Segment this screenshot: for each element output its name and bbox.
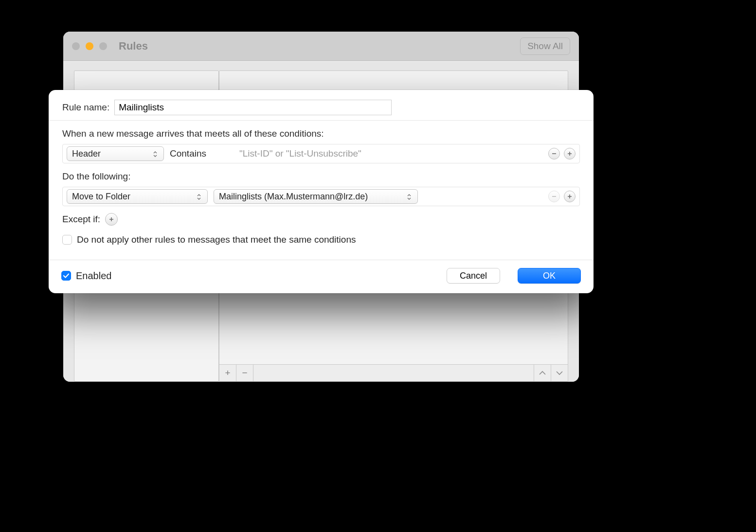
remove-action-button: [548, 191, 560, 202]
condition-field-value: Header: [72, 149, 101, 159]
condition-row: Header Contains "List-ID" or "List-Unsub…: [62, 144, 580, 163]
ok-button[interactable]: OK: [518, 268, 581, 284]
divider: [49, 120, 594, 121]
exclusive-label: Do not apply other rules to messages tha…: [77, 234, 356, 245]
action-row: Move to Folder Mailinglists (Max.Musterm…: [62, 187, 580, 206]
add-item-button[interactable]: +: [219, 365, 236, 381]
chevron-updown-icon: [407, 193, 414, 200]
sheet-footer: Enabled Cancel OK: [49, 260, 594, 293]
enabled-checkbox[interactable]: [61, 271, 71, 281]
minimize-window-icon[interactable]: [86, 42, 93, 50]
cancel-button[interactable]: Cancel: [447, 268, 500, 284]
remove-condition-button[interactable]: [548, 148, 560, 160]
window-controls: [72, 42, 107, 50]
condition-field-select[interactable]: Header: [67, 146, 164, 161]
edit-rule-sheet: Rule name: When a new message arrives th…: [49, 90, 594, 293]
add-condition-button[interactable]: [564, 148, 576, 160]
window-title: Rules: [119, 40, 148, 53]
condition-value: "List-ID" or "List-Unsubscribe": [239, 148, 361, 159]
move-up-button[interactable]: [534, 365, 551, 381]
titlebar: Rules Show All: [63, 32, 579, 61]
action-type-value: Move to Folder: [72, 192, 130, 202]
zoom-window-icon[interactable]: [99, 42, 107, 50]
close-window-icon[interactable]: [72, 42, 80, 50]
move-down-button[interactable]: [551, 365, 568, 381]
show-all-button[interactable]: Show All: [520, 37, 570, 55]
condition-operator: Contains: [170, 148, 206, 159]
exclusive-checkbox[interactable]: [62, 235, 72, 245]
rule-name-input[interactable]: [114, 100, 392, 115]
conditions-heading: When a new message arrives that meets al…: [62, 128, 580, 139]
detail-panel-footer: + −: [219, 364, 568, 381]
action-folder-value: Mailinglists (Max.Mustermann@lrz.de): [219, 192, 368, 202]
chevron-updown-icon: [153, 150, 161, 158]
except-if-label: Except if:: [62, 214, 100, 225]
chevron-updown-icon: [197, 193, 204, 200]
action-type-select[interactable]: Move to Folder: [67, 189, 208, 204]
footer-spacer: [253, 365, 534, 381]
remove-item-button[interactable]: −: [236, 365, 253, 381]
rule-name-label: Rule name:: [62, 102, 109, 113]
add-action-button[interactable]: [564, 191, 576, 202]
action-folder-select[interactable]: Mailinglists (Max.Mustermann@lrz.de): [214, 189, 418, 204]
add-exception-button[interactable]: [105, 213, 118, 226]
enabled-label: Enabled: [76, 270, 111, 282]
actions-heading: Do the following:: [62, 171, 580, 182]
